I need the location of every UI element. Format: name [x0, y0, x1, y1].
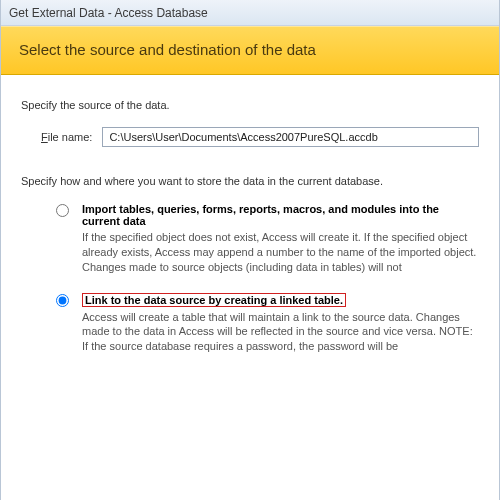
- option-import-desc: If the specified object does not exist, …: [82, 230, 479, 275]
- titlebar[interactable]: Get External Data - Access Database: [1, 0, 499, 26]
- option-import[interactable]: Import tables, queries, forms, reports, …: [51, 203, 479, 275]
- option-link-title: Link to the data source by creating a li…: [82, 293, 346, 307]
- option-link[interactable]: Link to the data source by creating a li…: [51, 293, 479, 355]
- option-link-text: Link to the data source by creating a li…: [82, 293, 479, 355]
- source-section-label: Specify the source of the data.: [21, 99, 479, 111]
- dialog-content: Select the source and destination of the…: [1, 26, 499, 382]
- option-import-title: Import tables, queries, forms, reports, …: [82, 203, 479, 227]
- file-name-label: File name:: [41, 131, 92, 143]
- storage-section-label: Specify how and where you want to store …: [21, 175, 479, 187]
- banner-heading: Select the source and destination of the…: [19, 41, 481, 58]
- banner: Select the source and destination of the…: [1, 26, 499, 75]
- radio-link[interactable]: [56, 294, 69, 307]
- window-title: Get External Data - Access Database: [9, 6, 208, 20]
- file-row: File name:: [41, 127, 479, 147]
- dialog-window: Get External Data - Access Database Sele…: [0, 0, 500, 500]
- option-import-text: Import tables, queries, forms, reports, …: [82, 203, 479, 275]
- option-link-desc: Access will create a table that will mai…: [82, 310, 479, 355]
- radio-import[interactable]: [56, 204, 69, 217]
- body-area: Specify the source of the data. File nam…: [1, 75, 499, 382]
- file-name-input[interactable]: [102, 127, 479, 147]
